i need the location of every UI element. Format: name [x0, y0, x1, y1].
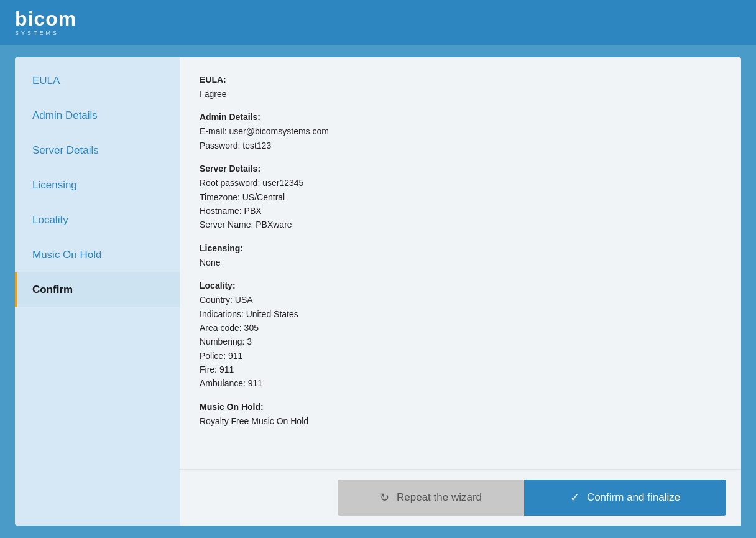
line-item: Fire: 911: [200, 363, 721, 376]
licensing-value: None: [200, 256, 721, 269]
eula-value: I agree: [200, 87, 721, 101]
summary-music-on-hold: Music On Hold: Royalty Free Music On Hol…: [200, 402, 721, 428]
admin-details-label: Admin Details:: [200, 112, 721, 122]
line-item: Numbering: 3: [200, 335, 721, 348]
logo-sub: SYSTEMS: [15, 30, 76, 36]
line-item: Country: USA: [200, 293, 721, 307]
line-item: Police: 911: [200, 349, 721, 363]
sidebar-item-licensing[interactable]: Licensing: [15, 168, 180, 203]
admin-details-values: E-mail: user@bicomsystems.comPassword: t…: [200, 124, 721, 152]
summary-admin-details: Admin Details: E-mail: user@bicomsystems…: [200, 112, 721, 152]
sidebar-item-confirm[interactable]: Confirm: [15, 272, 180, 307]
repeat-icon: ↻: [380, 491, 389, 504]
line-item: E-mail: user@bicomsystems.com: [200, 124, 721, 138]
sidebar-item-server-details[interactable]: Server Details: [15, 133, 180, 168]
locality-label: Locality:: [200, 281, 721, 290]
sidebar-item-admin-details[interactable]: Admin Details: [15, 98, 180, 133]
repeat-wizard-button[interactable]: ↻ Repeat the wizard: [338, 480, 524, 516]
repeat-label: Repeat the wizard: [397, 491, 482, 504]
logo-container: bicom SYSTEMS: [15, 9, 76, 36]
confirm-label: Confirm and finalize: [587, 491, 680, 504]
line-item: Ambulance: 911: [200, 376, 721, 390]
line-item: Server Name: PBXware: [200, 218, 721, 231]
summary-eula: EULA: I agree: [200, 75, 721, 101]
summary-locality: Locality: Country: USAIndications: Unite…: [200, 281, 721, 391]
sidebar-item-music-on-hold[interactable]: Music On Hold: [15, 238, 180, 272]
sidebar: EULA Admin Details Server Details Licens…: [15, 57, 180, 526]
line-item: Timezone: US/Central: [200, 190, 721, 204]
summary-server-details: Server Details: Root password: user12345…: [200, 164, 721, 232]
music-on-hold-label: Music On Hold:: [200, 402, 721, 412]
line-item: Indications: United States: [200, 307, 721, 321]
content-body: EULA: I agree Admin Details: E-mail: use…: [180, 57, 741, 469]
content-panel: EULA: I agree Admin Details: E-mail: use…: [180, 57, 741, 526]
line-item: Password: test123: [200, 139, 721, 152]
sidebar-item-eula[interactable]: EULA: [15, 63, 180, 98]
sidebar-item-locality[interactable]: Locality: [15, 203, 180, 238]
footer-buttons: ↻ Repeat the wizard ✓ Confirm and finali…: [180, 469, 741, 526]
licensing-label: Licensing:: [200, 243, 721, 253]
app-header: bicom SYSTEMS: [0, 0, 756, 45]
confirm-finalize-button[interactable]: ✓ Confirm and finalize: [524, 480, 726, 516]
server-details-label: Server Details:: [200, 164, 721, 174]
main-wrapper: EULA Admin Details Server Details Licens…: [0, 45, 756, 538]
locality-values: Country: USAIndications: United StatesAr…: [200, 293, 721, 391]
line-item: Root password: user12345: [200, 176, 721, 190]
summary-licensing: Licensing: None: [200, 243, 721, 269]
confirm-icon: ✓: [570, 491, 579, 504]
server-details-values: Root password: user12345Timezone: US/Cen…: [200, 176, 721, 232]
music-on-hold-value: Royalty Free Music On Hold: [200, 414, 721, 428]
line-item: Hostname: PBX: [200, 204, 721, 218]
logo-text: bicom: [15, 9, 76, 29]
line-item: Area code: 305: [200, 321, 721, 335]
eula-label: EULA:: [200, 75, 721, 85]
